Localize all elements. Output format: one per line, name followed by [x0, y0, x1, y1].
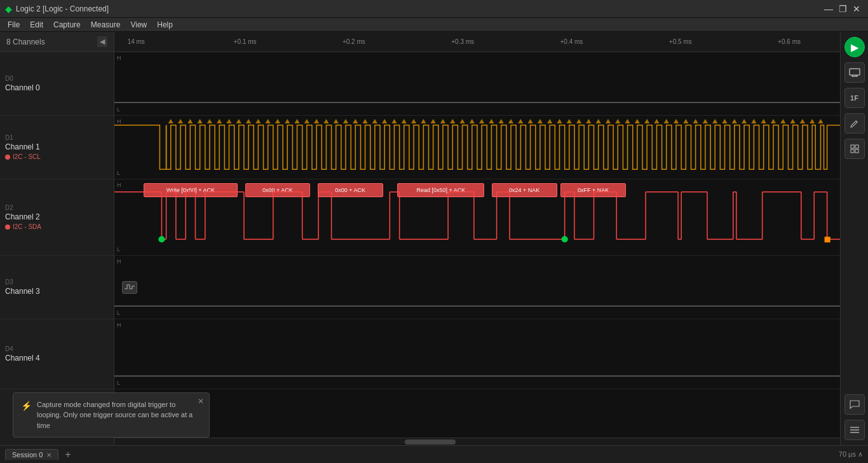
svg-marker-18 — [323, 119, 329, 123]
svg-marker-26 — [402, 119, 407, 123]
svg-marker-65 — [780, 119, 785, 123]
svg-marker-47 — [606, 119, 611, 123]
sidebar: 8 Channels ◀ D0 Channel 0 D1 Channel 1 I… — [0, 32, 114, 445]
chat-button[interactable] — [844, 394, 865, 415]
svg-marker-62 — [751, 119, 756, 123]
menubar: File Edit Capture Measure View Help — [0, 18, 868, 32]
channel-row-1: D1 Channel 1 I2C - SCL — [0, 116, 114, 179]
hex-button[interactable]: 1F — [844, 88, 865, 108]
titlebar-controls: — ❐ ✕ — [822, 3, 863, 15]
svg-rect-143 — [851, 145, 854, 148]
grid-icon — [850, 144, 859, 153]
main-layout: 8 Channels ◀ D0 Channel 0 D1 Channel 1 I… — [0, 32, 868, 445]
svg-marker-50 — [635, 119, 640, 123]
menu-file[interactable]: File — [3, 19, 25, 31]
signal-ch3: H L — [114, 256, 840, 319]
svg-marker-19 — [334, 119, 339, 123]
svg-marker-27 — [411, 119, 416, 123]
signal-ch0: H L — [114, 52, 840, 116]
signal-area[interactable]: 14 ms +0.1 ms +0.2 ms +0.3 ms +0.4 ms +0… — [114, 32, 840, 445]
svg-marker-33 — [470, 119, 475, 123]
ch1-label: I2C - SCL — [5, 153, 109, 160]
svg-marker-21 — [353, 119, 358, 123]
svg-rect-138 — [850, 69, 860, 75]
menu-button[interactable] — [844, 420, 865, 440]
bottombar: Session 0 ✕ + 70 µs ∧ — [0, 445, 868, 463]
toast-close-button[interactable]: ✕ — [198, 397, 204, 406]
close-button[interactable]: ✕ — [850, 3, 863, 15]
svg-marker-28 — [421, 119, 426, 123]
ch0-name: Channel 0 — [5, 83, 109, 92]
svg-marker-52 — [654, 119, 659, 123]
ch2-id: D2 — [5, 204, 109, 211]
svg-marker-61 — [742, 119, 747, 123]
svg-marker-4 — [187, 119, 193, 123]
maximize-button[interactable]: ❐ — [836, 3, 849, 15]
ch0-id: D0 — [5, 75, 109, 82]
svg-marker-45 — [586, 119, 591, 123]
titlebar-left: ◆ Logic 2 [Logic - Connected] — [5, 4, 109, 14]
toast-notification: ⚡ Capture mode changed from digital trig… — [13, 392, 210, 438]
zoom-level: 70 µs ∧ — [839, 450, 863, 459]
time-m4: +0.4 ms — [560, 38, 583, 45]
svg-rect-144 — [855, 145, 858, 148]
right-toolbar: ▶ 1F — [840, 32, 868, 445]
svg-marker-22 — [363, 119, 368, 123]
pencil-icon — [850, 119, 859, 128]
svg-marker-58 — [712, 119, 717, 123]
menu-capture[interactable]: Capture — [48, 19, 86, 31]
svg-marker-37 — [508, 119, 513, 123]
menu-measure[interactable]: Measure — [86, 19, 126, 31]
hamburger-icon — [850, 427, 859, 433]
minimize-button[interactable]: — — [822, 3, 835, 15]
menu-view[interactable]: View — [125, 19, 152, 31]
titlebar-title: Logic 2 [Logic - Connected] — [16, 4, 109, 13]
time-m1: +0.1 ms — [234, 38, 257, 45]
svg-marker-2 — [168, 119, 173, 123]
signal-ch2: H L Write [0x50] + ACK 0x00 + ACK 0x00 +… — [114, 179, 840, 256]
time-ruler: 14 ms +0.1 ms +0.2 ms +0.3 ms +0.4 ms +0… — [114, 32, 840, 52]
hex-label: 1F — [850, 94, 858, 102]
ch3-id: D3 — [5, 279, 109, 286]
device-icon — [849, 68, 860, 77]
svg-rect-146 — [855, 149, 858, 153]
time-m6: +0.6 ms — [778, 38, 801, 45]
svg-marker-59 — [722, 119, 727, 123]
scrollbar-thumb[interactable] — [405, 439, 456, 445]
svg-marker-41 — [547, 119, 552, 123]
titlebar: ◆ Logic 2 [Logic - Connected] — ❐ ✕ — [0, 0, 868, 18]
channels-count-label: 8 Channels — [6, 38, 45, 46]
device-button[interactable] — [844, 62, 865, 83]
ch3-signal-svg — [114, 256, 840, 319]
svg-point-134 — [562, 236, 568, 242]
svg-rect-145 — [851, 149, 854, 153]
menu-edit[interactable]: Edit — [25, 19, 48, 31]
svg-marker-14 — [285, 119, 290, 123]
add-session-button[interactable]: + — [61, 449, 74, 460]
svg-marker-10 — [246, 119, 251, 123]
signal-ch4: H L — [114, 319, 840, 389]
channel-row-2: D2 Channel 2 I2C - SDA — [0, 179, 114, 256]
time-m3: +0.3 ms — [451, 38, 474, 45]
time-m2: +0.2 ms — [342, 38, 365, 45]
svg-marker-39 — [528, 119, 533, 123]
collapse-sidebar-button[interactable]: ◀ — [97, 36, 107, 47]
svg-marker-56 — [693, 119, 698, 123]
pencil-button[interactable] — [844, 113, 865, 134]
svg-marker-11 — [255, 119, 261, 123]
svg-marker-44 — [576, 119, 581, 123]
menu-help[interactable]: Help — [152, 19, 178, 31]
play-button[interactable]: ▶ — [844, 37, 865, 57]
svg-marker-35 — [489, 119, 494, 123]
session-tab-0[interactable]: Session 0 ✕ — [5, 449, 58, 460]
ch1-id: D1 — [5, 134, 109, 141]
ch1-dot — [5, 155, 10, 160]
svg-marker-42 — [557, 119, 562, 123]
svg-marker-17 — [314, 119, 319, 123]
svg-marker-5 — [198, 119, 203, 123]
grid-button[interactable] — [844, 139, 865, 159]
session-tab-close[interactable]: ✕ — [46, 452, 51, 459]
horizontal-scrollbar[interactable] — [114, 438, 840, 445]
ch1-name: Channel 1 — [5, 142, 109, 151]
ch4-l-label: L — [117, 380, 120, 386]
